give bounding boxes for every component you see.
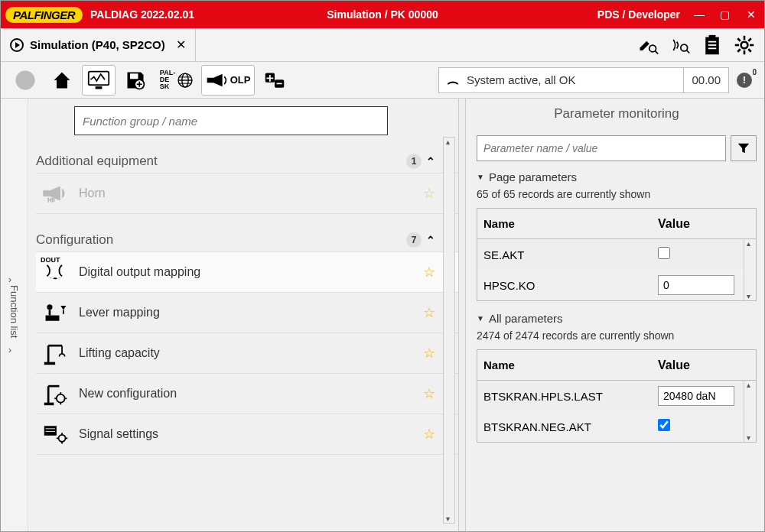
svg-point-2	[681, 44, 688, 51]
parameter-search-input[interactable]	[477, 135, 726, 161]
item-signal-settings[interactable]: Signal settings ☆	[36, 414, 458, 455]
favorite-star-icon[interactable]: ☆	[423, 385, 435, 402]
page-records-note: 65 of 65 records are currently shown	[477, 188, 757, 200]
disclosure-all-parameters[interactable]: All parameters	[477, 312, 757, 325]
left-scrollbar[interactable]	[443, 137, 455, 524]
item-lifting-capacity[interactable]: Lifting capacity ☆	[36, 332, 458, 374]
favorite-star-icon[interactable]: ☆	[423, 264, 435, 281]
side-rail-function-list[interactable]: › Function list ›	[1, 99, 28, 531]
svg-line-15	[748, 49, 751, 52]
item-lever-mapping[interactable]: Lever mapping ☆	[36, 292, 458, 333]
svg-rect-21	[130, 73, 138, 79]
svg-rect-20	[96, 86, 103, 89]
tab-close-button[interactable]: ✕	[176, 37, 186, 52]
brand-logo: PALFINGER	[5, 7, 83, 23]
svg-point-0	[649, 45, 656, 52]
home-button[interactable]	[45, 65, 79, 96]
function-search-input[interactable]	[74, 106, 388, 135]
table-row[interactable]: BTSKRAN.NEG.AKT	[477, 411, 756, 442]
svg-rect-7	[708, 47, 717, 49]
add-remove-button[interactable]	[258, 65, 291, 96]
monitor-button[interactable]	[82, 65, 116, 96]
clipboard-icon[interactable]	[702, 34, 723, 56]
window-minimize-button[interactable]: —	[686, 1, 712, 28]
table-row[interactable]: BTSKRAN.HPLS.LAST	[477, 381, 756, 411]
status-time: 00.00	[683, 68, 728, 92]
favorite-star-icon[interactable]: ☆	[423, 345, 435, 362]
pane-divider[interactable]	[458, 99, 466, 531]
signal-gear-icon	[41, 423, 71, 446]
svg-point-48	[57, 394, 65, 403]
app-title: PALDIAG 2022.02.01	[90, 8, 194, 21]
document-title: Simulation / PK 00000	[327, 8, 438, 21]
brush-search-icon[interactable]	[637, 34, 659, 56]
svg-rect-6	[708, 44, 717, 46]
svg-line-17	[748, 38, 751, 41]
tab-simulation[interactable]: Simulation (P40, SP2CO) ✕	[1, 28, 196, 62]
svg-rect-47	[44, 403, 54, 406]
filter-button[interactable]	[731, 135, 757, 161]
col-value-header: Value	[658, 358, 750, 372]
tab-label: Simulation (P40, SP2CO)	[30, 38, 165, 51]
svg-point-56	[59, 435, 66, 442]
lever-icon	[41, 301, 71, 324]
svg-line-16	[737, 49, 741, 52]
parameter-monitoring-title: Parameter monitoring	[477, 106, 757, 122]
disclosure-page-parameters[interactable]: Page parameters	[477, 170, 757, 183]
col-value-header: Value	[658, 217, 750, 231]
right-panel: Parameter monitoring Page parameters 65 …	[466, 99, 764, 531]
svg-rect-5	[708, 41, 717, 42]
favorite-star-icon[interactable]: ☆	[423, 185, 435, 202]
favorite-star-icon[interactable]: ☆	[423, 304, 435, 321]
svg-text:H6: H6	[47, 196, 54, 203]
input-hpscko[interactable]	[658, 275, 734, 295]
olp-label: OLP	[230, 74, 251, 86]
table-row[interactable]: SE.AKT	[477, 239, 756, 270]
main-toolbar: PAL- DE SK OLP System active, all OK 00.…	[1, 62, 764, 99]
table-scrollbar[interactable]	[744, 381, 756, 442]
section-count-badge: 7	[406, 232, 422, 248]
user-role: PDS / Developer	[597, 8, 680, 21]
chevron-up-icon: ⌃	[426, 234, 435, 246]
checkbox-negakt[interactable]	[658, 419, 670, 431]
left-panel: Additional equipment 1 ⌃ H6 Horn ☆ Confi…	[28, 99, 458, 531]
svg-point-39	[47, 304, 52, 310]
item-new-configuration[interactable]: New configuration ☆	[36, 373, 458, 414]
svg-line-1	[656, 50, 659, 54]
save-button[interactable]	[119, 65, 152, 96]
table-scrollbar[interactable]	[744, 239, 756, 300]
play-icon	[10, 38, 24, 52]
dout-icon	[41, 261, 71, 284]
signal-search-icon[interactable]	[669, 34, 691, 56]
window-maximize-button[interactable]: ▢	[712, 1, 738, 28]
item-horn[interactable]: H6 Horn ☆	[36, 173, 458, 214]
window-titlebar: PALFINGER PALDIAG 2022.02.01 Simulation …	[1, 1, 764, 28]
item-digital-output-mapping[interactable]: DOUT Digital output mapping ☆	[36, 251, 458, 293]
window-close-button[interactable]: ✕	[738, 1, 764, 28]
status-arc-icon	[445, 73, 461, 88]
settings-gear-icon[interactable]	[734, 34, 755, 56]
svg-rect-44	[44, 362, 55, 365]
crane-icon	[41, 340, 71, 366]
paldesk-button[interactable]: PAL- DE SK	[155, 65, 198, 96]
page-parameters-table: Name Value SE.AKT HPSC.KO	[477, 208, 757, 301]
status-bar: System active, all OK 00.00	[438, 67, 729, 93]
section-additional-equipment[interactable]: Additional equipment 1 ⌃	[36, 149, 458, 174]
status-alert-icon[interactable]: !	[737, 73, 752, 88]
svg-rect-53	[44, 426, 57, 436]
svg-rect-38	[46, 316, 60, 321]
checkbox-seakt[interactable]	[658, 247, 670, 259]
table-row[interactable]: HPSC.KO	[477, 270, 756, 300]
col-name-header: Name	[483, 358, 658, 371]
svg-point-9	[741, 41, 748, 48]
status-text: System active, all OK	[467, 73, 683, 86]
section-count-badge: 1	[406, 154, 422, 169]
section-configuration[interactable]: Configuration 7 ⌃	[36, 228, 458, 252]
input-hplslast[interactable]	[658, 386, 734, 406]
horn-button[interactable]: OLP	[201, 65, 255, 96]
chevron-up-icon: ⌃	[426, 155, 435, 167]
favorite-star-icon[interactable]: ☆	[423, 426, 435, 443]
svg-rect-8	[709, 34, 716, 37]
back-button[interactable]	[8, 65, 42, 96]
svg-line-14	[737, 38, 741, 41]
